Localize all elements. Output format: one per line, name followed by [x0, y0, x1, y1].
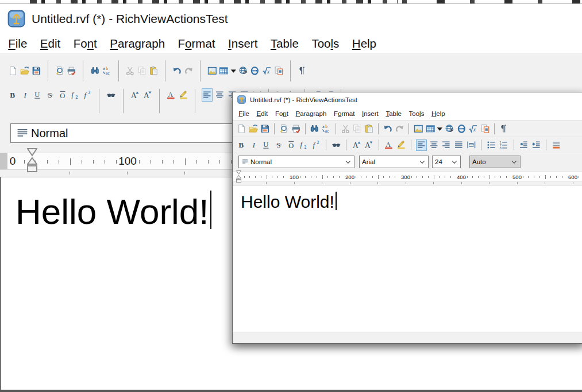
menu-edit[interactable]: Edit: [34, 37, 67, 51]
hyperlink-button[interactable]: [238, 65, 249, 77]
shrink-font-button[interactable]: A: [363, 139, 374, 151]
font-color-button[interactable]: A: [383, 139, 394, 151]
bold-button[interactable]: B: [236, 139, 247, 151]
align-center-button[interactable]: [429, 139, 440, 151]
show-paragraph-marks-button[interactable]: [296, 65, 307, 77]
document-edit-area[interactable]: Hello World!: [233, 185, 582, 332]
menu-tools[interactable]: Tools: [305, 37, 345, 51]
overline-button[interactable]: O: [286, 139, 297, 151]
menu-format[interactable]: Format: [330, 110, 359, 117]
redo-button[interactable]: [183, 65, 194, 77]
menu-insert[interactable]: Insert: [222, 37, 264, 51]
overline-button[interactable]: O: [57, 88, 68, 102]
font-color-button[interactable]: A: [165, 88, 176, 102]
text-highlight-button[interactable]: [178, 88, 189, 102]
title-bar[interactable]: Untitled.rvf (*) - RichViewActionsTest: [0, 4, 582, 33]
hidden-text-button[interactable]: [106, 88, 117, 102]
undo-button[interactable]: [383, 123, 394, 135]
superscript-button[interactable]: f2: [311, 139, 322, 151]
insert-document-button[interactable]: [273, 65, 284, 77]
menu-table[interactable]: Table: [264, 37, 306, 51]
justify-button[interactable]: [453, 139, 464, 151]
shrink-font-button[interactable]: A: [142, 88, 153, 102]
new-document-button[interactable]: [236, 123, 247, 135]
menu-tools[interactable]: Tools: [405, 110, 427, 117]
show-paragraph-marks-button[interactable]: [498, 123, 509, 135]
replace-button[interactable]: abac: [102, 65, 113, 77]
bold-button[interactable]: B: [7, 88, 18, 102]
menu-help[interactable]: Help: [346, 37, 383, 51]
copy-button[interactable]: [137, 65, 148, 77]
strikethrough-button[interactable]: S: [45, 88, 56, 102]
insert-horizontal-line-button[interactable]: [249, 65, 260, 77]
menu-paragraph[interactable]: Paragraph: [292, 110, 330, 117]
menu-edit[interactable]: Edit: [253, 110, 271, 117]
open-file-button[interactable]: [248, 123, 259, 135]
underline-button[interactable]: U: [32, 88, 43, 102]
cut-button[interactable]: [340, 123, 351, 135]
indent-marker[interactable]: [27, 148, 37, 173]
print-preview-button[interactable]: [55, 65, 65, 77]
insert-horizontal-line-button[interactable]: [456, 123, 467, 135]
style-combo[interactable]: Normal: [238, 156, 354, 168]
paste-button[interactable]: [364, 123, 375, 135]
save-file-button[interactable]: [31, 65, 42, 77]
insert-table-button[interactable]: [425, 123, 436, 135]
indent-marker[interactable]: [236, 170, 241, 183]
menu-paragraph[interactable]: Paragraph: [103, 37, 171, 51]
menu-file[interactable]: File: [235, 110, 253, 117]
font-combo[interactable]: Arial: [359, 156, 429, 168]
find-button[interactable]: [90, 65, 101, 77]
font-size-combo[interactable]: 24: [432, 156, 461, 168]
numbered-list-button[interactable]: 123: [498, 139, 509, 151]
subscript-button[interactable]: f2: [70, 88, 80, 102]
text-highlight-button[interactable]: [396, 139, 407, 151]
align-left-button[interactable]: [416, 139, 427, 151]
cut-button[interactable]: [125, 65, 136, 77]
insert-picture-button[interactable]: [207, 65, 218, 77]
italic-button[interactable]: I: [20, 88, 31, 102]
title-bar[interactable]: Untitled.rvf (*) - RichViewActionsTest: [233, 92, 582, 107]
replace-button[interactable]: abac: [321, 123, 332, 135]
insert-document-button[interactable]: [480, 123, 491, 135]
subscript-button[interactable]: f2: [298, 139, 309, 151]
decrease-indent-button[interactable]: [518, 139, 529, 151]
table-dropdown-button[interactable]: [437, 123, 443, 135]
redo-button[interactable]: [394, 123, 405, 135]
strikethrough-button[interactable]: S: [273, 139, 284, 151]
find-button[interactable]: [309, 123, 320, 135]
save-file-button[interactable]: [260, 123, 271, 135]
grow-font-button[interactable]: A: [351, 139, 362, 151]
style-combo[interactable]: Normal: [10, 123, 257, 143]
bullet-list-button[interactable]: [486, 139, 497, 151]
app-logo-icon[interactable]: [7, 10, 25, 28]
menu-font[interactable]: Font: [67, 37, 103, 51]
paste-button[interactable]: [148, 65, 159, 77]
copy-button[interactable]: [352, 123, 363, 135]
open-file-button[interactable]: [20, 65, 30, 77]
color-combo[interactable]: Auto: [469, 156, 521, 168]
increase-indent-button[interactable]: [531, 139, 542, 151]
insert-equation-button[interactable]: x: [261, 65, 272, 77]
insert-picture-button[interactable]: [413, 123, 424, 135]
table-dropdown-button[interactable]: [230, 65, 237, 77]
app-logo-icon[interactable]: [237, 95, 246, 104]
grow-font-button[interactable]: A: [129, 88, 140, 102]
print-preview-button[interactable]: [279, 123, 290, 135]
hyperlink-button[interactable]: [444, 123, 455, 135]
hidden-text-button[interactable]: [331, 139, 342, 151]
align-right-button[interactable]: [441, 139, 452, 151]
menu-table[interactable]: Table: [382, 110, 405, 117]
menu-help[interactable]: Help: [428, 110, 449, 117]
menu-format[interactable]: Format: [171, 37, 221, 51]
menu-file[interactable]: File: [2, 37, 34, 51]
print-button[interactable]: [291, 123, 302, 135]
italic-button[interactable]: I: [249, 139, 260, 151]
menu-font[interactable]: Font: [272, 110, 292, 117]
align-left-button[interactable]: [202, 88, 213, 102]
print-button[interactable]: [66, 65, 77, 77]
paragraph-shading-button[interactable]: [551, 139, 562, 151]
align-center-button[interactable]: [214, 88, 225, 102]
underline-button[interactable]: U: [261, 139, 272, 151]
menu-insert[interactable]: Insert: [359, 110, 382, 117]
